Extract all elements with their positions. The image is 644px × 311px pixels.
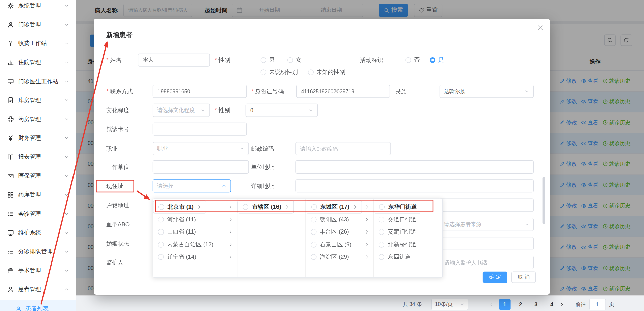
chevron-right-icon: [364, 255, 370, 260]
page-number-button[interactable]: 4: [546, 299, 557, 310]
radio-icon[interactable]: [311, 204, 317, 210]
guardian-label: 监护人: [106, 258, 123, 266]
cancel-button[interactable]: 取 消: [511, 272, 536, 283]
radio-icon[interactable]: [311, 217, 316, 222]
confirm-button[interactable]: 确 定: [483, 272, 507, 283]
gender-option-unknown[interactable]: 未知的性别: [308, 69, 345, 76]
cascader-province-option[interactable]: 辽宁省 (14): [153, 251, 237, 263]
cascader-city-option[interactable]: 市辖区 (16): [238, 201, 294, 213]
cascader-street-option[interactable]: 安定门街道: [374, 226, 442, 238]
sidebar-item[interactable]: 患者管理: [0, 280, 76, 299]
cascader-street-option[interactable]: 北新桥街道: [374, 238, 442, 251]
cascader-province-column: 北京市 (1) 天津市 (1) 河北省 (11) 山西省: [153, 199, 238, 277]
gender-option-female[interactable]: 女: [287, 56, 302, 64]
marital-right-input[interactable]: [439, 237, 533, 250]
gender-option-unstated[interactable]: 未说明性别: [261, 69, 298, 76]
goto-page-input[interactable]: [589, 299, 606, 310]
radio-icon[interactable]: [261, 57, 266, 63]
sidebar-item[interactable]: 住院管理: [0, 53, 76, 72]
cascader-district-option[interactable]: 朝阳区 (43): [306, 213, 374, 226]
gender-select[interactable]: 0: [246, 104, 318, 117]
chevron-right-icon: [364, 205, 370, 210]
radio-icon[interactable]: [379, 229, 384, 235]
ethnicity-select[interactable]: 达斡尔族: [439, 85, 533, 98]
radio-icon[interactable]: [379, 254, 384, 260]
visit-card-input[interactable]: [153, 123, 247, 136]
radio-icon[interactable]: [243, 204, 249, 210]
radio-label: 男: [269, 56, 275, 64]
active-flag-option-yes[interactable]: 是: [430, 56, 444, 64]
radio-icon[interactable]: [261, 69, 266, 75]
sidebar-item[interactable]: 分诊排队管理: [0, 242, 76, 261]
patient-source-select[interactable]: 请选择患者来源: [439, 218, 533, 231]
radio-icon[interactable]: [379, 204, 385, 210]
education-select[interactable]: 请选择文化程度: [153, 104, 210, 117]
cascader-province-option[interactable]: 山西省 (11): [153, 226, 237, 238]
sidebar-item[interactable]: 系统管理: [0, 0, 76, 15]
unit-address-input[interactable]: [295, 160, 534, 174]
cascader-province-option[interactable]: 北京市 (1): [153, 201, 206, 213]
cascader-street-option[interactable]: 东华门街道: [374, 201, 422, 213]
sidebar-item[interactable]: 收费工作站: [0, 34, 76, 53]
sidebar-item[interactable]: 药房管理: [0, 110, 76, 129]
sidebar-item-patient-list[interactable]: 患者列表: [0, 300, 76, 311]
radio-icon[interactable]: [158, 217, 164, 222]
radio-icon[interactable]: [311, 254, 316, 260]
sidebar-item[interactable]: 手术管理: [0, 261, 76, 280]
modal-scrollbar[interactable]: [543, 177, 545, 224]
radio-checked-icon[interactable]: [430, 57, 435, 63]
contact-input[interactable]: [153, 85, 247, 98]
gender-option-male[interactable]: 男: [261, 56, 275, 64]
visit-card-label-text: 就诊卡号: [106, 125, 129, 133]
close-icon[interactable]: [537, 24, 544, 31]
sidebar-item-label: 手术管理: [18, 267, 41, 274]
chevron-right-icon: [364, 242, 370, 247]
next-page-button[interactable]: [559, 302, 564, 307]
sidebar-item[interactable]: 医保管理: [0, 166, 76, 185]
sidebar-item[interactable]: 会诊管理: [0, 205, 76, 223]
guardian-phone-input[interactable]: [439, 256, 533, 269]
active-flag-option-no[interactable]: 否: [405, 56, 420, 64]
cascader-district-option[interactable]: 丰台区 (26): [306, 226, 374, 238]
radio-icon[interactable]: [287, 57, 293, 63]
cascader-street-option[interactable]: 交道口街道: [374, 213, 442, 226]
cascader-district-option[interactable]: 石景山区 (9): [306, 238, 374, 251]
cascader-province-option[interactable]: 河北省 (11): [153, 213, 237, 226]
sidebar-item[interactable]: 库房管理: [0, 91, 76, 110]
cascader-district-option[interactable]: 海淀区 (29): [306, 251, 374, 263]
cascader-province-option[interactable]: 内蒙古自治区 (12): [153, 238, 237, 251]
prev-page-button[interactable]: [489, 302, 494, 307]
radio-icon[interactable]: [379, 217, 384, 222]
radio-icon[interactable]: [158, 242, 164, 247]
household-detail-input[interactable]: [439, 199, 533, 212]
radio-icon[interactable]: [311, 229, 316, 235]
current-address-cascader[interactable]: 请选择: [153, 179, 231, 192]
cascader-district-option[interactable]: 东城区 (17): [306, 201, 362, 213]
radio-icon[interactable]: [311, 242, 316, 247]
sidebar-item[interactable]: 维护系统: [0, 223, 76, 242]
name-input[interactable]: [138, 54, 210, 67]
postal-code-input[interactable]: [295, 142, 391, 155]
page-number-button[interactable]: 3: [530, 299, 542, 310]
page-number-button[interactable]: 2: [515, 299, 526, 310]
page-number-button[interactable]: 1: [499, 299, 510, 310]
occupation-select[interactable]: 职业: [153, 142, 249, 155]
radio-icon[interactable]: [158, 254, 164, 260]
sidebar-item[interactable]: 药库管理: [0, 185, 76, 204]
sidebar-item[interactable]: 财务管理: [0, 129, 76, 148]
sidebar-item[interactable]: 门诊管理: [0, 15, 76, 34]
detail-address-input[interactable]: [295, 179, 534, 192]
radio-icon[interactable]: [405, 57, 411, 63]
page-size-select[interactable]: 10条/页: [431, 299, 468, 310]
radio-icon[interactable]: [158, 229, 164, 235]
radio-icon[interactable]: [308, 69, 314, 75]
sidebar-item[interactable]: 报表管理: [0, 148, 76, 166]
sidebar-menu: 系统管理 门诊管理 收费工作站 住院管理: [0, 0, 76, 299]
sidebar-item[interactable]: 门诊医生工作站: [0, 72, 76, 91]
cascader-street-option[interactable]: 东四街道: [374, 251, 442, 263]
radio-icon[interactable]: [379, 242, 384, 247]
id-number-input[interactable]: [296, 85, 390, 98]
work-unit-input[interactable]: [153, 160, 249, 174]
radio-icon[interactable]: [158, 204, 164, 210]
cascader-district-column: 东城区 (17) 西城区 (15) 朝阳区 (43) 丰台: [306, 199, 374, 277]
